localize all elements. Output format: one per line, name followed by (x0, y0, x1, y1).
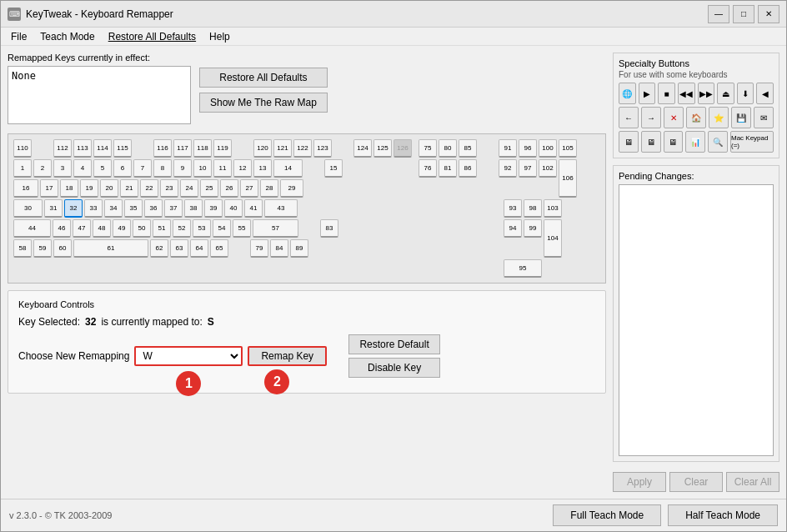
key-50[interactable]: 50 (133, 219, 151, 238)
show-raw-map-button[interactable]: Show Me The Raw Map (199, 93, 328, 113)
key-11[interactable]: 11 (213, 159, 232, 178)
key-14[interactable]: 14 (273, 159, 303, 178)
key-27[interactable]: 27 (240, 179, 258, 198)
disable-key-button[interactable]: Disable Key (348, 358, 440, 378)
key-46[interactable]: 46 (53, 219, 71, 238)
key-98[interactable]: 98 (524, 199, 542, 218)
key-43[interactable]: 43 (264, 199, 298, 218)
spec-btn-row2-2[interactable]: → (641, 107, 661, 128)
key-114[interactable]: 114 (93, 139, 112, 158)
key-124[interactable]: 124 (353, 139, 372, 158)
key-19[interactable]: 19 (80, 179, 98, 198)
key-26[interactable]: 26 (220, 179, 238, 198)
apply-button[interactable]: Apply (613, 472, 666, 492)
key-16[interactable]: 16 (13, 179, 38, 198)
clear-button[interactable]: Clear (669, 472, 723, 492)
key-2[interactable]: 2 (33, 159, 52, 178)
key-21[interactable]: 21 (120, 179, 138, 198)
key-44[interactable]: 44 (13, 219, 51, 238)
key-63[interactable]: 63 (170, 239, 188, 258)
spec-btn-row1-6[interactable]: ⬇ (737, 83, 754, 104)
key-104[interactable]: 104 (544, 219, 562, 258)
key-84[interactable]: 84 (270, 239, 288, 258)
menu-teach-mode[interactable]: Teach Mode (33, 29, 101, 44)
spec-btn-row2-1[interactable]: ← (619, 107, 639, 128)
key-83[interactable]: 83 (320, 219, 338, 238)
key-33[interactable]: 33 (84, 199, 103, 218)
key-86[interactable]: 86 (459, 159, 477, 178)
maximize-button[interactable]: □ (733, 5, 754, 23)
key-99[interactable]: 99 (524, 219, 542, 238)
key-57[interactable]: 57 (253, 219, 298, 238)
key-7[interactable]: 7 (133, 159, 152, 178)
restore-default-button[interactable]: Restore Default (348, 334, 440, 354)
key-117[interactable]: 117 (173, 139, 192, 158)
key-94[interactable]: 94 (504, 219, 522, 238)
key-22[interactable]: 22 (140, 179, 158, 198)
key-96[interactable]: 96 (519, 139, 537, 158)
key-34[interactable]: 34 (104, 199, 123, 218)
key-31[interactable]: 31 (44, 199, 63, 218)
remap-key-button[interactable]: Remap Key (248, 346, 327, 366)
key-3[interactable]: 3 (53, 159, 72, 178)
key-13[interactable]: 13 (253, 159, 272, 178)
spec-btn-row2-5[interactable]: ⭐ (709, 107, 729, 128)
spec-btn-globe[interactable]: 🌐 (619, 83, 636, 104)
key-100[interactable]: 100 (539, 139, 557, 158)
key-24[interactable]: 24 (180, 179, 198, 198)
key-23[interactable]: 23 (160, 179, 178, 198)
close-button[interactable]: ✕ (758, 5, 779, 23)
key-93[interactable]: 93 (504, 199, 522, 218)
key-36[interactable]: 36 (144, 199, 163, 218)
key-115[interactable]: 115 (113, 139, 132, 158)
key-55[interactable]: 55 (233, 219, 251, 238)
spec-btn-row2-3[interactable]: ✕ (664, 107, 684, 128)
minimize-button[interactable]: — (708, 5, 729, 23)
key-118[interactable]: 118 (193, 139, 212, 158)
key-59[interactable]: 59 (33, 239, 52, 258)
key-37[interactable]: 37 (164, 199, 183, 218)
key-102[interactable]: 102 (539, 159, 557, 178)
key-18[interactable]: 18 (60, 179, 78, 198)
key-52[interactable]: 52 (173, 219, 191, 238)
key-80[interactable]: 80 (439, 139, 457, 158)
spec-btn-row1-5[interactable]: ⏏ (717, 83, 734, 104)
spec-btn-row1-7[interactable]: ◀ (756, 83, 774, 104)
spec-btn-row3-4[interactable]: 📊 (685, 131, 705, 153)
key-120[interactable]: 120 (253, 139, 272, 158)
key-64[interactable]: 64 (190, 239, 208, 258)
key-125[interactable]: 125 (373, 139, 392, 158)
key-48[interactable]: 48 (93, 219, 111, 238)
key-51[interactable]: 51 (153, 219, 171, 238)
spec-btn-row1-1[interactable]: ▶ (639, 83, 656, 104)
key-28[interactable]: 28 (260, 179, 278, 198)
spec-btn-row3-1[interactable]: 🖥 (619, 131, 639, 153)
key-25[interactable]: 25 (200, 179, 218, 198)
key-10[interactable]: 10 (193, 159, 212, 178)
key-60[interactable]: 60 (53, 239, 72, 258)
key-91[interactable]: 91 (499, 139, 517, 158)
spec-btn-row3-3[interactable]: 🖥 (664, 131, 684, 153)
spec-btn-row2-4[interactable]: 🏠 (686, 107, 706, 128)
key-30[interactable]: 30 (13, 199, 43, 218)
spec-btn-row2-6[interactable]: 💾 (731, 107, 751, 128)
remapped-textarea[interactable] (8, 66, 191, 124)
key-5[interactable]: 5 (93, 159, 112, 178)
menu-file[interactable]: File (4, 29, 33, 44)
key-116[interactable]: 116 (153, 139, 172, 158)
half-teach-mode-button[interactable]: Half Teach Mode (668, 504, 778, 526)
restore-all-defaults-button[interactable]: Restore All Defaults (199, 68, 328, 88)
menu-help[interactable]: Help (203, 29, 237, 44)
key-122[interactable]: 122 (293, 139, 312, 158)
key-9[interactable]: 9 (173, 159, 192, 178)
key-40[interactable]: 40 (224, 199, 243, 218)
key-17[interactable]: 17 (40, 179, 58, 198)
key-6[interactable]: 6 (113, 159, 132, 178)
spec-btn-row3-2[interactable]: 🖥 (641, 131, 661, 153)
key-47[interactable]: 47 (73, 219, 91, 238)
full-teach-mode-button[interactable]: Full Teach Mode (553, 504, 661, 526)
key-12[interactable]: 12 (233, 159, 252, 178)
remap-select[interactable]: W (134, 346, 243, 366)
key-39[interactable]: 39 (204, 199, 223, 218)
key-79[interactable]: 79 (250, 239, 268, 258)
